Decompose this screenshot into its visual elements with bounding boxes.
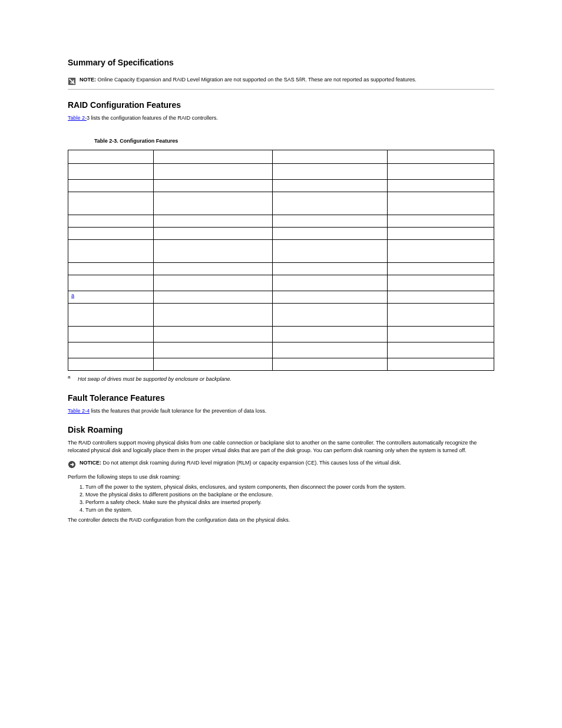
- heading-raid-config-features: RAID Configuration Features: [68, 100, 494, 110]
- table-row: Dedicated hot sparesYesNoYes: [68, 215, 494, 228]
- table-row: Maximum number of virtual disks per cont…: [68, 342, 494, 358]
- table-row: Hot swap devices supportedYesYesYes: [68, 240, 494, 263]
- footnote-marker-cell: a: [68, 291, 154, 304]
- document-page: Summary of Specifications NOTE: Online C…: [0, 0, 562, 728]
- notice-icon: [68, 460, 80, 470]
- notice-block: NOTICE: Do not attempt disk roaming duri…: [68, 460, 494, 470]
- note-icon: [68, 77, 80, 87]
- table-title: Table 2-3. Configuration Features: [94, 138, 494, 144]
- table-row: Number of disk groups that can be concat…: [68, 327, 494, 342]
- table-row: Number of RAID levels supported535: [68, 164, 494, 180]
- heading-fault-tolerance: Fault Tolerance Features: [68, 393, 494, 403]
- list-item: Turn off the power to the system, physic…: [85, 484, 494, 490]
- footnote-marker-link[interactable]: a: [71, 292, 74, 298]
- list-item: Perform a safety check. Make sure the ph…: [85, 499, 494, 505]
- table-row: Global hot sparesYesYesYes: [68, 228, 494, 240]
- table-row: a32832: [68, 291, 494, 304]
- configuration-features-table: Feature RAID Controller A RAID Controlle…: [68, 150, 494, 371]
- closing-para: The controller detects the RAID configur…: [68, 516, 494, 523]
- note-text: NOTE: Online Capacity Expansion and RAID…: [80, 77, 494, 83]
- intro-paragraph: Table 2-3 lists the configuration featur…: [68, 114, 494, 121]
- table-row: Non-disk devices supportedNoNoNo: [68, 263, 494, 275]
- steps-list: Turn off the power to the system, physic…: [85, 484, 494, 513]
- footnote-line: a Hot swap of drives must be supported b…: [68, 374, 494, 383]
- heading-disk-roaming: Disk Roaming: [68, 425, 494, 434]
- table-row: Online capacity expansionYesNoYes: [68, 192, 494, 215]
- fault-intro: Table 2-4 lists the features that provid…: [68, 407, 494, 414]
- table-row-header: Feature RAID Controller A RAID Controlle…: [68, 150, 494, 164]
- steps-intro: Perform the following steps to use disk …: [68, 473, 494, 480]
- list-item: Turn on the system.: [85, 507, 494, 513]
- heading-summary-specifications: Summary of Specifications: [68, 58, 494, 67]
- notice-text: NOTICE: Do not attempt disk roaming duri…: [80, 460, 494, 466]
- disk-roaming-para1: The RAID controllers support moving phys…: [68, 439, 494, 453]
- list-item: Move the physical disks to different pos…: [85, 492, 494, 498]
- table-row: Number of spans supported818: [68, 180, 494, 192]
- table-link[interactable]: Table 2-: [68, 115, 87, 121]
- table-row: Support for Patrol ReadYesNoYes: [68, 358, 494, 371]
- note-block: NOTE: Online Capacity Expansion and RAID…: [68, 77, 494, 90]
- table-link-2[interactable]: Table 2-4: [68, 408, 90, 414]
- table-row: Mixed capacity physical disks supportedY…: [68, 275, 494, 291]
- table-row: Maximum virtual disks per disk group1621…: [68, 304, 494, 327]
